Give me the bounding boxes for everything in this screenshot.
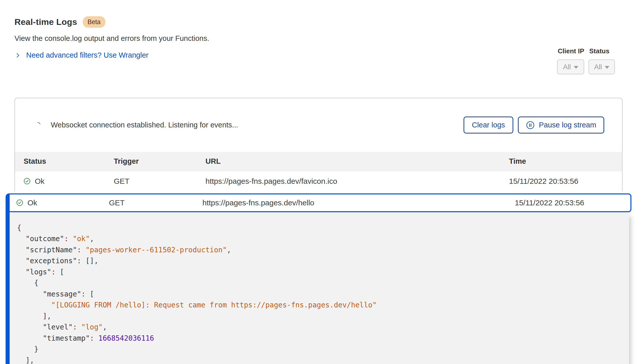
row-url: https://pages-fns.pages.dev/favicon.ico: [205, 177, 509, 186]
log-row-favicon[interactable]: Ok GET https://pages-fns.pages.dev/favic…: [15, 171, 622, 191]
status-filter-label: Status: [589, 47, 615, 55]
status-select[interactable]: All: [588, 59, 615, 74]
code-line: "message": [: [17, 289, 629, 300]
code-line: "timestamp": 1668542036116: [17, 333, 629, 344]
code-line: ],: [17, 311, 629, 322]
page-subtitle: View the console.log output and errors f…: [14, 34, 623, 43]
expanded-log-entry: Ok GET https://pages-fns.pages.dev/hello…: [6, 193, 631, 364]
row-status: Ok: [27, 198, 37, 207]
pause-icon: [526, 121, 535, 129]
caret-down-icon: [605, 66, 609, 69]
column-status: Status: [24, 157, 114, 166]
chevron-right-icon: [14, 52, 21, 59]
row-time: 15/11/2022 20:53:56: [515, 198, 630, 207]
check-circle-icon: [24, 178, 30, 185]
filters: Client IP All Status All: [557, 47, 615, 74]
code-line: "level": "log",: [17, 322, 629, 333]
log-panel: Websocket connection established. Listen…: [14, 98, 623, 191]
table-header: Status Trigger URL Time: [15, 152, 622, 171]
code-line: }: [17, 344, 629, 355]
websocket-status-text: Websocket connection established. Listen…: [51, 121, 238, 129]
code-line: {: [17, 277, 629, 289]
log-detail-panel: { "outcome": "ok", "scriptName": "pages-…: [10, 213, 629, 364]
client-ip-filter: Client IP All: [557, 47, 584, 74]
check-circle-icon: [16, 199, 23, 206]
client-ip-label: Client IP: [558, 47, 584, 55]
code-line: "exceptions": [],: [17, 255, 629, 267]
code-line: "outcome": "ok",: [17, 233, 629, 244]
status-filter-value: All: [594, 63, 602, 71]
pause-log-stream-label: Pause log stream: [539, 121, 596, 129]
status-filter: Status All: [588, 47, 615, 74]
code-line: "scriptName": "pages-worker--611502-prod…: [17, 244, 629, 256]
row-trigger: GET: [114, 177, 205, 186]
row-url: https://pages-fns.pages.dev/hello: [202, 198, 515, 207]
code-line: "[LOGGING FROM /hello]: Request came fro…: [17, 300, 629, 311]
code-line: ],: [17, 355, 629, 364]
websocket-status: Websocket connection established. Listen…: [34, 121, 238, 129]
caret-down-icon: [574, 66, 578, 69]
spinner-icon: [34, 122, 41, 128]
log-row-hello-selected[interactable]: Ok GET https://pages-fns.pages.dev/hello…: [10, 193, 631, 212]
column-trigger: Trigger: [114, 157, 205, 166]
realtime-logs-page: { "header": { "title": "Real-time Logs",…: [0, 0, 637, 364]
column-time: Time: [509, 157, 622, 166]
row-trigger: GET: [109, 198, 202, 207]
row-status: Ok: [35, 177, 44, 186]
status-cell: Ok: [16, 198, 109, 207]
clear-logs-button[interactable]: Clear logs: [464, 117, 513, 134]
status-cell: Ok: [24, 177, 114, 186]
wrangler-link[interactable]: Need advanced filters? Use Wrangler: [14, 51, 148, 59]
page-content: Real-time Logs Beta View the console.log…: [0, 16, 637, 364]
code-line: "logs": [: [17, 267, 629, 278]
json-code: { "outcome": "ok", "scriptName": "pages-…: [17, 222, 629, 364]
client-ip-select[interactable]: All: [557, 59, 584, 74]
code-line: {: [17, 222, 629, 234]
log-panel-toolbar: Websocket connection established. Listen…: [15, 98, 622, 152]
toolbar-buttons: Clear logs Pause log stream: [464, 117, 604, 134]
clear-logs-label: Clear logs: [472, 121, 505, 129]
column-url: URL: [205, 157, 509, 166]
wrangler-link-label: Need advanced filters? Use Wrangler: [26, 51, 148, 59]
pause-log-stream-button[interactable]: Pause log stream: [518, 117, 604, 134]
row-time: 15/11/2022 20:53:56: [509, 177, 622, 186]
page-title: Real-time Logs: [14, 17, 77, 27]
client-ip-value: All: [563, 63, 571, 71]
page-header: Real-time Logs Beta: [14, 16, 623, 28]
beta-badge: Beta: [83, 16, 105, 28]
